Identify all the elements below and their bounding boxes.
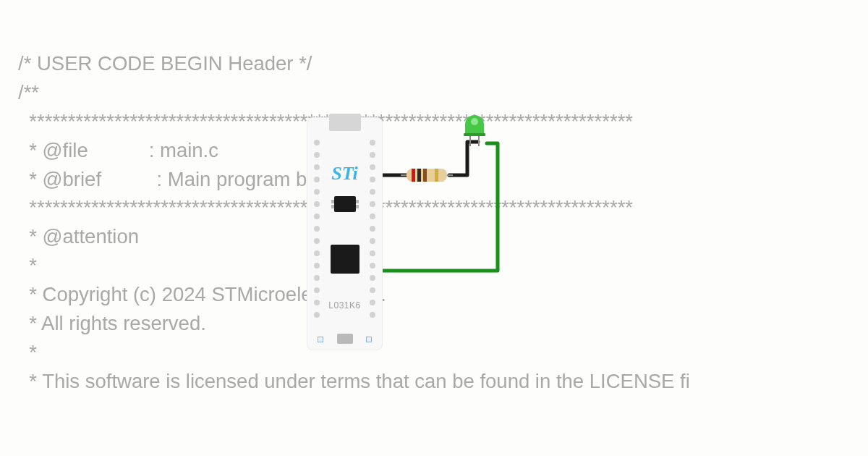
pin-right-5 (370, 201, 375, 207)
pin-left-12 (314, 287, 320, 293)
pin-left-0 (314, 140, 320, 145)
pin-right-4 (370, 189, 375, 195)
pin-right-0 (370, 140, 375, 145)
pin-left-5 (314, 201, 320, 207)
circuit-diagram: STi L031K6 (0, 0, 868, 456)
board-model-label: L031K6 (328, 300, 360, 311)
svg-rect-3 (464, 133, 485, 136)
pin-left-1 (314, 152, 320, 158)
pin-right-10 (370, 263, 375, 269)
pin-left-4 (314, 189, 320, 195)
pin-right-8 (370, 238, 375, 244)
pin-right-1 (370, 152, 375, 158)
pin-left-11 (314, 275, 320, 281)
pin-left-9 (314, 250, 320, 256)
resistor (401, 167, 452, 183)
resistor-lead-right (447, 174, 453, 176)
svg-rect-1 (465, 124, 484, 133)
pin-right-2 (370, 164, 375, 170)
led-component (461, 113, 488, 151)
debug-led-right (366, 337, 372, 342)
resistor-band-1 (412, 169, 415, 182)
pin-left-2 (314, 164, 320, 170)
mcu-chip (331, 245, 359, 274)
wire-led-to-gnd (373, 140, 503, 278)
voltage-regulator-chip (334, 196, 356, 212)
pin-right-13 (370, 300, 375, 305)
resistor-band-2 (417, 169, 421, 182)
pin-left-8 (314, 238, 320, 244)
pin-right-9 (370, 250, 375, 256)
reset-button (337, 334, 353, 344)
pin-right-12 (370, 287, 375, 293)
resistor-band-3 (423, 169, 427, 182)
pin-left-10 (314, 263, 320, 269)
pin-left-3 (314, 177, 320, 182)
nucleo-board: STi L031K6 (307, 117, 383, 350)
pin-left-7 (314, 226, 320, 232)
resistor-lead-left (401, 174, 407, 176)
st-logo: STi (331, 163, 358, 185)
debug-led-left (318, 337, 323, 342)
pin-right-7 (370, 226, 375, 232)
pin-left-14 (314, 312, 320, 318)
pin-right-14 (370, 312, 375, 318)
svg-point-2 (471, 118, 478, 125)
resistor-band-4 (435, 169, 438, 182)
pin-right-3 (370, 177, 375, 182)
pin-right-11 (370, 275, 375, 281)
pin-left-13 (314, 300, 320, 305)
pin-left-6 (314, 214, 320, 219)
usb-connector (329, 114, 361, 131)
pin-right-6 (370, 214, 375, 219)
